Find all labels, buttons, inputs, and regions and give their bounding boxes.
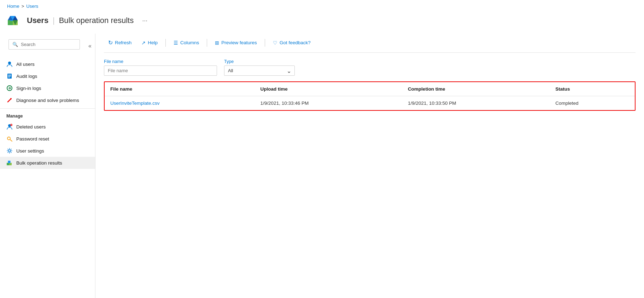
settings-icon [6,148,13,154]
table-header: File name Upload time Completion time St… [105,82,635,96]
breadcrumb-current[interactable]: Users [26,4,38,9]
sidebar-nav: All users Audit logs Sign-in logs [0,58,95,106]
cubes-icon [6,160,13,166]
page-title-pipe: | [53,16,55,25]
table-row: UserInviteTemplate.csv 1/9/2021, 10:33:4… [105,96,635,110]
wrench-icon [6,97,13,103]
svg-rect-21 [9,163,12,165]
sidebar: 🔍 Search « All users Audit logs [0,34,95,298]
sidebar-search-label: Search [21,42,35,47]
toolbar-divider-3 [265,39,265,47]
page-header: Users | Bulk operation results ··· [0,10,644,34]
col-completion-time: Completion time [402,82,550,96]
sidebar-item-deleted-users-label: Deleted users [16,124,46,130]
page-title-users: Users [27,16,48,25]
refresh-button[interactable]: ↻ Refresh [104,37,136,48]
results-table-wrap: File name Upload time Completion time St… [104,81,636,111]
type-filter-label: Type [224,59,295,64]
sidebar-item-bulk-operation-label: Bulk operation results [16,160,62,166]
feedback-button[interactable]: ♡ Got feedback? [269,38,315,48]
key-icon [6,136,13,142]
sidebar-item-user-settings-label: User settings [16,148,44,154]
help-label: Help [148,40,158,45]
columns-label: Columns [180,40,199,45]
sidebar-search[interactable]: 🔍 Search [8,39,80,50]
results-table: File name Upload time Completion time St… [105,82,635,110]
toolbar-divider-2 [207,39,207,47]
main-layout: 🔍 Search « All users Audit logs [0,34,644,298]
sidebar-manage-nav: Deleted users Password reset User settin… [0,121,95,169]
svg-point-6 [8,62,11,64]
svg-rect-10 [8,77,10,78]
col-status: Status [550,82,635,96]
sidebar-manage-label: Manage [0,108,95,121]
svg-rect-8 [8,75,11,75]
type-filter-group: Type All Bulk invite users Bulk create u… [224,59,295,76]
azure-logo [7,13,22,28]
svg-rect-9 [8,76,11,76]
page-more-button[interactable]: ··· [142,17,147,24]
sidebar-item-diagnose-label: Diagnose and solve problems [16,98,79,103]
cell-completion-time: 1/9/2021, 10:33:50 PM [402,96,550,110]
sidebar-item-audit-logs-label: Audit logs [16,74,37,79]
col-filename: File name [105,82,255,96]
help-icon: ↗ [141,40,146,46]
svg-line-12 [8,99,11,102]
preview-label: Preview features [221,40,257,45]
sidebar-item-password-reset-label: Password reset [16,136,49,142]
sidebar-item-deleted-users[interactable]: Deleted users [0,121,95,133]
svg-point-13 [10,98,12,99]
feedback-label: Got feedback? [280,40,311,45]
sidebar-item-user-settings[interactable]: User settings [0,145,95,157]
feedback-icon: ♡ [273,40,277,46]
sidebar-item-all-users[interactable]: All users [0,58,95,70]
cell-status: Completed [550,96,635,110]
signin-icon [6,85,13,91]
breadcrumb-separator: > [22,4,24,9]
table-header-row: File name Upload time Completion time St… [105,82,635,96]
search-icon: 🔍 [12,42,18,47]
sidebar-item-sign-in-logs-label: Sign-in logs [16,86,41,91]
book-icon [6,73,13,79]
type-filter-wrap: All Bulk invite users Bulk create users … [224,65,295,76]
breadcrumb: Home > Users [0,0,644,10]
main-content: ↻ Refresh ↗ Help ☰ Columns ⊞ Preview fea… [95,34,644,298]
refresh-icon: ↻ [108,39,113,46]
sidebar-item-sign-in-logs[interactable]: Sign-in logs [0,82,95,94]
columns-button[interactable]: ☰ Columns [169,38,203,48]
sidebar-item-all-users-label: All users [16,62,35,67]
toolbar: ↻ Refresh ↗ Help ☰ Columns ⊞ Preview fea… [104,34,636,53]
sidebar-item-password-reset[interactable]: Password reset [0,133,95,145]
preview-button[interactable]: ⊞ Preview features [211,38,261,48]
svg-rect-22 [8,161,11,163]
sidebar-item-diagnose[interactable]: Diagnose and solve problems [0,94,95,106]
page-title-subtitle: Bulk operation results [59,16,134,25]
cell-upload-time: 1/9/2021, 10:33:46 PM [255,96,402,110]
sidebar-item-audit-logs[interactable]: Audit logs [0,70,95,82]
columns-icon: ☰ [174,40,178,46]
type-filter-select[interactable]: All Bulk invite users Bulk create users … [224,65,295,76]
help-button[interactable]: ↗ Help [137,38,162,48]
sidebar-collapse-button[interactable]: « [88,43,92,49]
filename-filter-input[interactable] [104,65,217,76]
sidebar-item-bulk-operation[interactable]: Bulk operation results [0,157,95,169]
col-upload-time: Upload time [255,82,402,96]
svg-rect-0 [8,20,13,25]
refresh-label: Refresh [115,40,131,45]
person-icon [6,61,13,67]
cell-filename[interactable]: UserInviteTemplate.csv [105,96,255,110]
page-title: Users | Bulk operation results [27,16,134,25]
toolbar-divider-1 [165,39,166,47]
filters: File name Type All Bulk invite users Bul… [104,59,636,76]
svg-line-18 [10,139,12,141]
person-del-icon [6,124,13,130]
preview-icon: ⊞ [215,40,219,46]
table-body: UserInviteTemplate.csv 1/9/2021, 10:33:4… [105,96,635,110]
filename-filter-label: File name [104,59,217,64]
filename-filter-group: File name [104,59,217,76]
svg-rect-20 [7,163,9,165]
breadcrumb-home[interactable]: Home [7,4,19,9]
svg-point-19 [8,150,11,152]
